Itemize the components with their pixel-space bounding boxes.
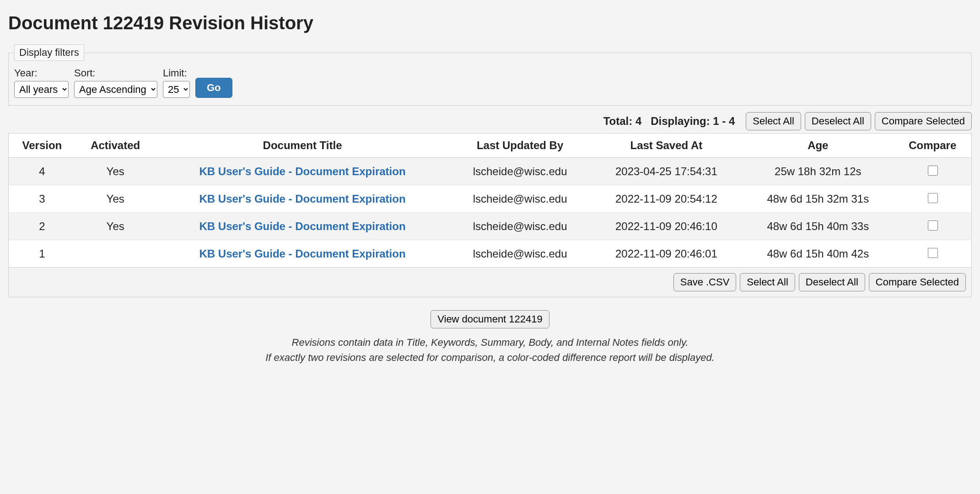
cell-title: KB User's Guide - Document Expiration (156, 240, 450, 268)
cell-saved-at: 2022-11-09 20:46:01 (591, 240, 742, 268)
select-all-button-bottom[interactable]: Select All (740, 273, 795, 291)
cell-updated-by: lscheide@wisc.edu (450, 158, 591, 185)
doc-title-link[interactable]: KB User's Guide - Document Expiration (199, 165, 405, 177)
filters-legend: Display filters (14, 44, 84, 61)
col-compare: Compare (894, 134, 972, 158)
cell-saved-at: 2023-04-25 17:54:31 (591, 158, 742, 185)
compare-checkbox[interactable] (928, 193, 938, 203)
cell-version: 4 (9, 158, 75, 185)
year-select[interactable]: All years (14, 81, 69, 98)
col-activated: Activated (75, 134, 156, 158)
col-title: Document Title (156, 134, 450, 158)
cell-version: 1 (9, 240, 75, 268)
cell-compare (894, 213, 972, 240)
cell-compare (894, 158, 972, 185)
table-row: 1KB User's Guide - Document Expirationls… (9, 240, 972, 268)
cell-saved-at: 2022-11-09 20:46:10 (591, 213, 742, 240)
cell-updated-by: lscheide@wisc.edu (450, 240, 591, 268)
page-title: Document 122419 Revision History (8, 13, 972, 33)
col-age: Age (742, 134, 894, 158)
doc-title-link[interactable]: KB User's Guide - Document Expiration (199, 193, 405, 205)
deselect-all-button-top[interactable]: Deselect All (805, 112, 871, 130)
compare-checkbox[interactable] (928, 248, 938, 258)
doc-title-link[interactable]: KB User's Guide - Document Expiration (199, 220, 405, 232)
cell-age: 48w 6d 15h 40m 42s (742, 240, 894, 268)
sort-label: Sort: (74, 67, 157, 79)
cell-activated: Yes (75, 213, 156, 240)
revision-table: Version Activated Document Title Last Up… (8, 133, 972, 268)
results-summary: Total: 4 Displaying: 1 - 4 (603, 115, 735, 128)
cell-title: KB User's Guide - Document Expiration (156, 185, 450, 213)
compare-selected-button-top[interactable]: Compare Selected (875, 112, 972, 130)
cell-age: 48w 6d 15h 32m 31s (742, 185, 894, 213)
cell-title: KB User's Guide - Document Expiration (156, 158, 450, 185)
year-label: Year: (14, 67, 69, 79)
deselect-all-button-bottom[interactable]: Deselect All (799, 273, 865, 291)
select-all-button-top[interactable]: Select All (746, 112, 801, 130)
cell-version: 3 (9, 185, 75, 213)
cell-title: KB User's Guide - Document Expiration (156, 213, 450, 240)
cell-activated (75, 240, 156, 268)
cell-compare (894, 240, 972, 268)
compare-selected-button-bottom[interactable]: Compare Selected (869, 273, 966, 291)
cell-saved-at: 2022-11-09 20:54:12 (591, 185, 742, 213)
table-row: 4YesKB User's Guide - Document Expiratio… (9, 158, 972, 185)
cell-updated-by: lscheide@wisc.edu (450, 185, 591, 213)
table-row: 2YesKB User's Guide - Document Expiratio… (9, 213, 972, 240)
revision-notes: Revisions contain data in Title, Keyword… (8, 335, 972, 365)
limit-label: Limit: (163, 67, 190, 79)
save-csv-button[interactable]: Save .CSV (673, 273, 737, 291)
table-footer: Save .CSV Select All Deselect All Compar… (8, 268, 972, 297)
cell-compare (894, 185, 972, 213)
cell-updated-by: lscheide@wisc.edu (450, 213, 591, 240)
cell-version: 2 (9, 213, 75, 240)
limit-select[interactable]: 25 (163, 81, 190, 98)
col-saved-at: Last Saved At (591, 134, 742, 158)
cell-age: 48w 6d 15h 40m 33s (742, 213, 894, 240)
doc-title-link[interactable]: KB User's Guide - Document Expiration (199, 247, 405, 260)
cell-activated: Yes (75, 185, 156, 213)
compare-checkbox[interactable] (928, 166, 938, 176)
view-document-button[interactable]: View document 122419 (431, 310, 549, 328)
cell-activated: Yes (75, 158, 156, 185)
compare-checkbox[interactable] (928, 220, 938, 231)
col-updated-by: Last Updated By (450, 134, 591, 158)
col-version: Version (9, 134, 75, 158)
sort-select[interactable]: Age Ascending (74, 81, 157, 98)
top-toolbar: Total: 4 Displaying: 1 - 4 Select All De… (8, 112, 972, 130)
table-row: 3YesKB User's Guide - Document Expiratio… (9, 185, 972, 213)
display-filters-fieldset: Display filters Year: All years Sort: Ag… (8, 44, 972, 106)
go-button[interactable]: Go (195, 78, 232, 98)
cell-age: 25w 18h 32m 12s (742, 158, 894, 185)
